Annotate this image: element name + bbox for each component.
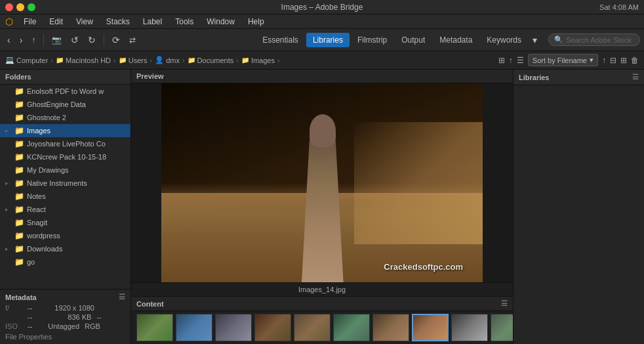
breadcrumb-sep-2: › [113,56,116,64]
breadcrumb-documents[interactable]: 📁 Documents [188,56,234,64]
sort-asc-button[interactable]: ↑ [509,56,513,65]
content-menu-icon[interactable]: ☰ [501,299,508,308]
folder-item[interactable]: 📁 Enolsoft PDF to Word w [0,85,131,98]
separator-1 [43,34,44,46]
breadcrumb-computer[interactable]: 💻 Computer [5,56,48,64]
back-button[interactable]: ‹ [4,33,14,47]
folder-item[interactable]: 📁 Notes [0,190,131,203]
menu-file[interactable]: File [21,16,39,28]
maximize-button[interactable] [28,3,35,11]
breadcrumb-users[interactable]: 📁 Users [119,56,148,64]
menu-label[interactable]: Label [140,16,165,28]
folder-item[interactable]: 📁 My Drawings [0,163,131,177]
libraries-header: Libraries ☰ [513,70,644,85]
thumbnail[interactable] [136,314,173,341]
folder-icon: 📁 [14,100,24,109]
content-header: Content ☰ [131,296,513,311]
breadcrumb-images[interactable]: 📁 Images [241,56,275,64]
delete-button[interactable]: 🗑 [631,56,639,65]
sort-chevron-icon: ▾ [590,56,594,64]
folder-item[interactable]: 📁 go [0,255,131,269]
sync-button[interactable]: ⇄ [126,33,139,47]
breadcrumb-hd[interactable]: 📁 Macintosh HD [56,56,111,64]
close-button[interactable] [5,3,13,11]
tab-keywords[interactable]: Keywords [480,33,528,47]
window-controls[interactable] [5,3,35,11]
tab-libraries[interactable]: Libraries [306,33,350,47]
thumbnail[interactable] [451,314,488,341]
folder-item[interactable]: 📁 wordpress [0,229,131,242]
refresh-button[interactable]: ⟳ [109,33,123,47]
search-placeholder: Search Adobe Stock [566,36,632,44]
main-area: Folders 📁 Enolsoft PDF to Word w 📁 Ghost… [0,70,644,344]
preview-area: Crackedsoftpc.com [131,83,513,282]
folders-panel-header: Folders [0,70,131,85]
tab-filmstrip[interactable]: Filmstrip [351,33,393,47]
tab-essentials[interactable]: Essentials [256,33,305,47]
filter-button[interactable]: ⊞ [498,56,505,65]
search-box[interactable]: 🔍 Search Adobe Stock [548,33,640,46]
folder-item-native-instruments[interactable]: ▸ 📁 Native Instruments [0,177,131,190]
camera-button[interactable]: 📷 [49,33,65,47]
view-button[interactable]: ☰ [517,56,524,65]
thumbnail[interactable] [215,314,252,341]
menu-edit[interactable]: Edit [47,16,66,28]
folder-icon: 📁 [14,139,24,148]
libraries-menu-icon[interactable]: ☰ [632,73,639,81]
separator-2 [104,34,104,46]
folder-item-downloads[interactable]: ▸ 📁 Downloads [0,242,131,255]
more-tabs-button[interactable]: ▾ [529,33,540,47]
breadcrumb-actions: ⊞ ↑ ☰ Sort by Filename ▾ ↑ ⊟ ⊞ 🗑 [498,54,639,66]
grid-view-button[interactable]: ⊞ [620,56,627,65]
folder-item[interactable]: 📁 Snagit [0,216,131,229]
thumbnail[interactable] [491,314,513,341]
preview-image: Crackedsoftpc.com [161,83,483,282]
tab-metadata[interactable]: Metadata [433,33,479,47]
metadata-row: f/ -- 1920 x 1080 [5,304,125,312]
metadata-menu-icon[interactable]: ☰ [119,293,125,301]
folder-tree: 📁 Enolsoft PDF to Word w 📁 GhostEngine D… [0,85,131,289]
breadcrumb-dmx[interactable]: 👤 dmx [155,56,180,64]
minimize-button[interactable] [16,3,24,11]
menu-help[interactable]: Help [245,16,267,28]
menu-bar: ⬡ File Edit View Stacks Label Tools Wind… [0,14,644,29]
thumbnail[interactable] [254,314,291,341]
thumbnail[interactable] [294,314,331,341]
chevron-icon: ▸ [5,206,12,213]
rotate-right-button[interactable]: ↻ [85,33,99,47]
folder-item-images[interactable]: ▸ 📁 Images [0,124,131,137]
breadcrumb-sep-1: › [50,56,53,64]
menu-tools[interactable]: Tools [172,16,196,28]
thumbnails-strip [131,311,513,344]
sort-dropdown[interactable]: Sort by Filename ▾ [528,54,598,66]
folder-item[interactable]: 📁 GhostEngine Data [0,98,131,111]
up-button[interactable]: ↑ [28,33,39,47]
thumbnail-selected[interactable] [412,314,449,341]
view-toggle-button[interactable]: ⊟ [610,56,616,65]
toolbar: ‹ › ↑ 📷 ↺ ↻ ⟳ ⇄ Essentials Libraries Fil… [0,29,644,51]
menu-stacks[interactable]: Stacks [104,16,132,28]
thumbnail[interactable] [176,314,212,341]
rotate-left-button[interactable]: ↺ [68,33,82,47]
left-panel: Folders 📁 Enolsoft PDF to Word w 📁 Ghost… [0,70,131,344]
native-instruments-label: Native Instruments [27,179,87,187]
folder-item[interactable]: ▸ 📁 React [0,203,131,216]
folder-icon: 📁 [14,205,24,214]
folder-icon: 📁 [14,165,24,175]
folder-icon: 📁 [14,87,24,96]
metadata-title: Metadata [5,293,37,301]
preview-header: Preview [131,70,513,83]
forward-button[interactable]: › [16,33,26,47]
folder-item[interactable]: 📁 KCNcrew Pack 10-15-18 [0,150,131,163]
folder-item[interactable]: 📁 Joyoshare LivePhoto Co [0,137,131,150]
preview-title: Preview [136,72,164,80]
menu-window[interactable]: Window [204,16,237,28]
thumbnail[interactable] [333,314,370,341]
thumbnail[interactable] [372,314,409,341]
sort-label: Sort by Filename [533,56,587,64]
time-display: Sat 4:08 AM [599,3,639,11]
ascending-button[interactable]: ↑ [602,56,606,65]
menu-view[interactable]: View [73,16,96,28]
tab-output[interactable]: Output [395,33,432,47]
folder-item[interactable]: 📁 Ghostnote 2 [0,111,131,124]
